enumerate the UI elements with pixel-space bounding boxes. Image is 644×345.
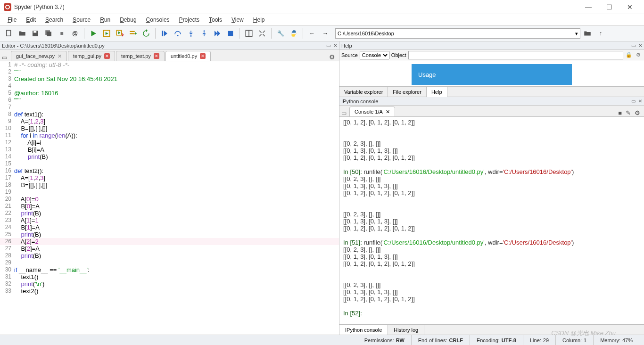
run-selection-icon[interactable] (127, 27, 139, 40)
run-icon[interactable] (87, 27, 99, 40)
menu-search[interactable]: Search (41, 16, 68, 24)
close-icon[interactable]: ✕ (154, 53, 159, 59)
close-button[interactable]: ✕ (619, 0, 640, 14)
tab-browse-icon[interactable]: ▭ (2, 54, 7, 61)
menu-projects[interactable]: Projects (174, 16, 204, 24)
console-browse-icon[interactable]: ▭ (341, 110, 347, 116)
status-encoding: Encoding: UTF-8 (470, 335, 523, 345)
console-bottom-tab[interactable]: IPython console (339, 325, 388, 335)
status-memory: Memory: 47% (593, 335, 639, 345)
file-tab[interactable]: temp_test.py✕ (116, 51, 165, 61)
menu-file[interactable]: File (3, 16, 21, 24)
python-path-icon[interactable] (288, 27, 300, 40)
rerun-icon[interactable] (140, 27, 152, 40)
close-icon[interactable]: ✕ (104, 53, 110, 59)
close-icon[interactable]: ✕ (386, 109, 390, 115)
status-eol: End-of-lines: CRLF (411, 335, 470, 345)
step-over-icon[interactable] (172, 27, 184, 40)
tab-label: untitled0.py (171, 53, 197, 59)
working-dir-input[interactable]: C:\Users\16016\Desktop▾ (335, 28, 580, 39)
menu-edit[interactable]: Edit (21, 16, 41, 24)
menu-tools[interactable]: Tools (204, 16, 227, 24)
close-icon[interactable]: ✕ (58, 53, 62, 59)
new-file-icon[interactable] (3, 27, 15, 40)
undock-icon[interactable]: ▭ (631, 43, 636, 48)
svg-rect-2 (33, 31, 36, 33)
menu-source[interactable]: Source (68, 16, 95, 24)
svg-rect-7 (130, 31, 135, 32)
status-permissions: Permissions: RW (364, 335, 411, 345)
run-cell-advance-icon[interactable] (114, 27, 126, 40)
svg-point-10 (177, 35, 179, 36)
close-pane-icon[interactable]: ✕ (638, 99, 642, 104)
continue-icon[interactable] (211, 27, 223, 40)
stop-icon[interactable]: ■ (618, 109, 622, 116)
back-icon[interactable]: ← (306, 27, 318, 40)
status-column: Column: 1 (555, 335, 593, 345)
main-toolbar: ≡ @ 🔧 ← → C:\Users\16016\Desktop▾ ↑ (0, 25, 644, 41)
console-output[interactable]: [[0, 1, 2], [0, 1, 2], [0, 1, 2]] [[0, 2… (339, 117, 644, 324)
help-tab[interactable]: Help (427, 87, 447, 97)
console-tab[interactable]: Console 1/A✕ (349, 107, 395, 116)
usage-box: Usage (412, 64, 572, 85)
close-pane-icon[interactable]: ✕ (638, 43, 642, 48)
forward-icon[interactable]: → (319, 27, 331, 40)
step-into-icon[interactable] (185, 27, 197, 40)
code-editor[interactable]: 1# -*- coding: utf-8 -*-2"""3Created on … (0, 61, 339, 335)
gear-icon[interactable]: ⚙ (635, 109, 640, 116)
debug-start-icon[interactable] (158, 27, 171, 40)
minimize-button[interactable]: — (578, 0, 599, 14)
open-file-icon[interactable] (16, 27, 28, 40)
menu-help[interactable]: Help (248, 16, 270, 24)
window-title: Spyder (Python 3.7) (14, 4, 578, 10)
menu-debug[interactable]: Debug (115, 16, 141, 24)
help-header: Help ▭✕ (339, 41, 644, 50)
clear-icon[interactable]: ✎ (626, 109, 631, 116)
svg-point-11 (190, 35, 192, 37)
svg-point-12 (204, 30, 205, 32)
parent-dir-icon[interactable]: ↑ (594, 27, 607, 40)
undock-icon[interactable]: ▭ (631, 99, 636, 104)
spyder-logo-icon (4, 3, 11, 11)
at-icon[interactable]: @ (69, 27, 81, 40)
step-out-icon[interactable] (198, 27, 210, 40)
menu-run[interactable]: Run (95, 16, 115, 24)
list-icon[interactable]: ≡ (56, 27, 68, 40)
console-bottom-tab[interactable]: History log (388, 325, 424, 335)
maximize-pane-icon[interactable] (256, 27, 268, 40)
gear-icon[interactable]: ⚙ (635, 52, 642, 58)
help-source-row: Source Console Object 🔒 ⚙ (339, 50, 644, 60)
file-tab[interactable]: untitled0.py✕ (165, 51, 211, 61)
console-bottom-tabs: IPython consoleHistory log (339, 324, 644, 335)
file-tab[interactable]: gui_face_new.py✕ (11, 51, 67, 61)
maximize-button[interactable]: ☐ (599, 0, 619, 14)
preferences-icon[interactable]: 🔧 (274, 27, 287, 40)
svg-rect-0 (7, 30, 11, 36)
save-icon[interactable] (29, 27, 41, 40)
statusbar: Permissions: RW End-of-lines: CRLF Encod… (0, 335, 644, 345)
close-icon[interactable]: ✕ (200, 53, 206, 59)
browse-dir-icon[interactable] (581, 27, 594, 40)
gear-icon[interactable]: ⚙ (329, 53, 335, 61)
undock-icon[interactable]: ▭ (326, 43, 330, 48)
object-input[interactable] (408, 51, 623, 59)
help-tab[interactable]: File explorer (388, 87, 427, 97)
lock-icon[interactable]: 🔒 (625, 52, 633, 58)
svg-rect-13 (228, 31, 233, 36)
titlebar: Spyder (Python 3.7) — ☐ ✕ (0, 0, 644, 14)
help-tab[interactable]: Variable explorer (339, 87, 388, 97)
console-header: IPython console ▭✕ (339, 97, 644, 106)
close-pane-icon[interactable]: ✕ (333, 43, 337, 48)
stop-debug-icon[interactable] (224, 27, 237, 40)
tab-label: temp_test.py (121, 53, 151, 59)
menu-consoles[interactable]: Consoles (141, 16, 174, 24)
source-select[interactable]: Console (360, 51, 389, 59)
help-bottom-tabs: Variable explorerFile explorerHelp (339, 86, 644, 97)
menu-view[interactable]: View (227, 16, 248, 24)
save-all-icon[interactable] (42, 27, 55, 40)
run-cell-icon[interactable] (100, 27, 113, 40)
tab-label: temp_gui.py (73, 53, 101, 59)
file-tab[interactable]: temp_gui.py✕ (68, 51, 115, 61)
layout-icon[interactable] (243, 27, 255, 40)
svg-rect-9 (162, 31, 163, 36)
